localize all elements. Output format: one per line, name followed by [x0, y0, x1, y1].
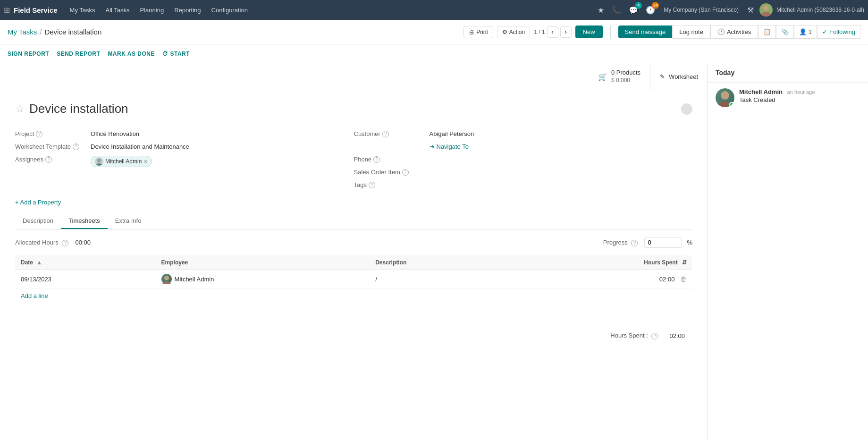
phone-help-icon[interactable]: ?	[373, 156, 380, 163]
pagination-next[interactable]: ›	[560, 26, 572, 38]
menu-planning[interactable]: Planning	[135, 5, 169, 16]
assignees-field-row: Assignees ? Mitchell Admin ×	[15, 153, 354, 170]
clock-activities-icon: 🕐	[717, 28, 725, 35]
menu-reporting[interactable]: Reporting	[169, 5, 205, 16]
phone-icon[interactable]: 📞	[610, 4, 623, 17]
svg-point-0	[763, 5, 769, 11]
checkmark-icon: ✓	[822, 28, 827, 35]
assignee-avatar	[95, 157, 103, 166]
sales-order-field-row: Sales Order Item ?	[354, 166, 693, 178]
timesheets-header: Allocated Hours ? 00:00 Progress ? %	[15, 237, 692, 248]
worksheet-template-field-row: Worksheet Template ? Device Installation…	[15, 140, 354, 153]
grid-icon[interactable]: ⊞	[4, 6, 10, 15]
sign-report-button[interactable]: SIGN REPORT	[8, 51, 49, 57]
emp-avatar	[161, 274, 172, 284]
assignees-help-icon[interactable]: ?	[45, 156, 52, 163]
main-layout: 🛒 0 Products $ 0.000 ✎ Worksheet ☆ Devic…	[0, 63, 868, 440]
col-description: Description	[370, 255, 512, 270]
form-area: 🛒 0 Products $ 0.000 ✎ Worksheet ☆ Devic…	[0, 63, 708, 440]
sales-order-help-icon[interactable]: ?	[402, 169, 409, 176]
project-help-icon[interactable]: ?	[36, 131, 42, 137]
breadcrumb: My Tasks / Device installation	[8, 28, 460, 36]
clock-icon[interactable]: 🕐 34	[644, 4, 657, 17]
wrench-icon[interactable]: ⚒	[745, 4, 756, 17]
allocated-hours-field: Allocated Hours ? 00:00	[15, 237, 91, 248]
chatter-buttons: Send message Log note 🕐 Activities 📋 📎 👤…	[618, 25, 860, 39]
svg-point-4	[164, 276, 169, 280]
progress-percent: %	[687, 239, 692, 246]
user-name[interactable]: Mitchell Admin (50823638-16-0-all)	[776, 7, 864, 13]
cart-icon: 🛒	[598, 72, 607, 81]
followers-count-button[interactable]: 👤 1	[794, 25, 817, 39]
mark-as-done-button[interactable]: MARK AS DONE	[108, 51, 155, 57]
chatter-today-header: Today	[708, 63, 868, 83]
products-amount: $ 0.000	[611, 77, 640, 85]
allocated-hours-help-icon[interactable]: ?	[62, 240, 68, 246]
col-date[interactable]: Date ▲	[15, 255, 156, 270]
task-title-row: ☆ Device installation	[15, 102, 692, 116]
navigate-to-link[interactable]: ➜ Navigate To	[430, 143, 469, 150]
products-bar: 🛒 0 Products $ 0.000 ✎ Worksheet	[0, 63, 708, 90]
favorite-star-icon[interactable]: ☆	[15, 103, 25, 115]
notes-icon-button[interactable]: 📋	[758, 25, 776, 39]
new-button[interactable]: New	[575, 25, 603, 38]
add-line-link[interactable]: Add a line	[15, 288, 692, 303]
company-name[interactable]: My Company (San Francisco)	[661, 7, 742, 13]
customer-field-row: Customer ? Abigail Peterson	[354, 127, 693, 140]
worksheet-template-help-icon[interactable]: ?	[73, 144, 79, 150]
svg-point-1	[761, 12, 771, 17]
menu-all-tasks[interactable]: All Tasks	[101, 5, 135, 16]
remove-assignee-icon[interactable]: ×	[143, 158, 147, 165]
worksheet-button[interactable]: ✎ Worksheet	[650, 63, 708, 90]
top-navigation: ⊞ Field Service My Tasks All Tasks Plann…	[0, 0, 868, 20]
print-button[interactable]: 🖨 Print	[463, 26, 493, 38]
timesheet-table: Date ▲ Employee Description Hours Spent …	[15, 255, 692, 288]
tab-extra-info[interactable]: Extra Info	[108, 213, 149, 229]
chat-icon[interactable]: 💬 4	[627, 4, 640, 17]
navigate-to-row: ➜ Navigate To	[354, 140, 693, 153]
progress-input[interactable]	[644, 237, 682, 248]
pagination-prev[interactable]: ‹	[547, 26, 558, 38]
start-button[interactable]: ⏱ START	[162, 51, 190, 57]
cell-date: 09/13/2023	[15, 270, 156, 288]
app-brand[interactable]: Field Service	[14, 6, 58, 14]
add-property-link[interactable]: + Add a Property	[15, 199, 692, 206]
tags-label: Tags ?	[354, 181, 430, 188]
hours-spent-help-icon[interactable]: ?	[651, 333, 658, 339]
assignees-label: Assignees ?	[15, 156, 91, 163]
col-employee: Employee	[156, 255, 370, 270]
status-circle[interactable]	[681, 103, 692, 115]
tab-description[interactable]: Description	[15, 213, 61, 229]
assignee-tag: Mitchell Admin ×	[91, 156, 152, 167]
send-report-button[interactable]: SEND REPORT	[57, 51, 100, 57]
progress-help-icon[interactable]: ?	[631, 240, 638, 246]
products-button[interactable]: 🛒 0 Products $ 0.000	[589, 63, 650, 90]
right-fields: Customer ? Abigail Peterson ➜ Navigate T…	[354, 127, 693, 191]
left-fields: Project ? Office Renovation Worksheet Te…	[15, 127, 354, 191]
activities-button[interactable]: 🕐 Activities	[710, 25, 758, 39]
action-button[interactable]: ⚙ Action	[497, 26, 530, 38]
paperclip-icon-button[interactable]: 📎	[776, 25, 794, 39]
user-avatar[interactable]	[759, 3, 773, 17]
project-value: Office Renovation	[91, 130, 139, 137]
action-bar: SIGN REPORT SEND REPORT MARK AS DONE ⏱ S…	[0, 44, 868, 63]
table-header-row: Date ▲ Employee Description Hours Spent …	[15, 255, 692, 270]
adjust-icon[interactable]: ⇵	[682, 259, 687, 266]
timesheets-content: Allocated Hours ? 00:00 Progress ? %	[15, 237, 692, 345]
emp-name: Mitchell Admin	[175, 276, 214, 283]
person-icon: 👤	[799, 28, 807, 35]
tab-timesheets[interactable]: Timesheets	[61, 213, 108, 229]
menu-configuration[interactable]: Configuration	[207, 5, 253, 16]
menu-my-tasks[interactable]: My Tasks	[65, 5, 100, 16]
delete-row-icon[interactable]: 🗑	[680, 275, 687, 283]
customer-help-icon[interactable]: ?	[382, 131, 389, 137]
tags-help-icon[interactable]: ?	[369, 182, 375, 188]
task-title: Device installation	[29, 102, 128, 116]
progress-label: Progress ?	[603, 239, 638, 246]
log-note-button[interactable]: Log note	[672, 25, 710, 39]
send-message-button[interactable]: Send message	[618, 25, 673, 38]
star-nav-icon[interactable]: ★	[596, 4, 606, 17]
following-button[interactable]: ✓ Following	[817, 25, 860, 39]
assignees-value: Mitchell Admin ×	[91, 156, 152, 167]
breadcrumb-parent[interactable]: My Tasks	[8, 28, 37, 36]
